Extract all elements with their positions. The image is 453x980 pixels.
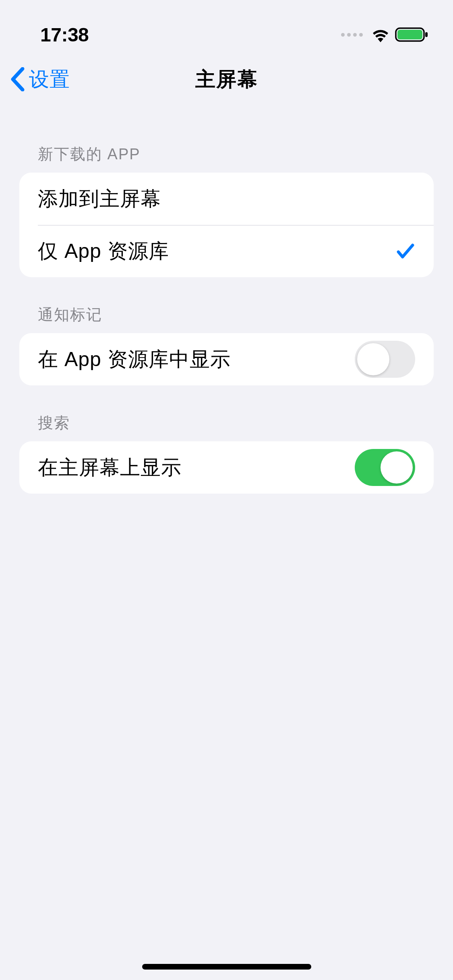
section-new-apps: 新下载的 APP 添加到主屏幕 仅 App 资源库 <box>19 144 434 277</box>
row-label: 在主屏幕上显示 <box>38 454 182 481</box>
back-button[interactable]: 设置 <box>0 66 70 93</box>
option-label: 添加到主屏幕 <box>38 185 161 212</box>
status-indicators <box>341 27 429 43</box>
option-label: 仅 App 资源库 <box>38 238 169 265</box>
group-new-apps: 添加到主屏幕 仅 App 资源库 <box>19 173 434 277</box>
toggle-show-in-app-library[interactable] <box>355 341 415 378</box>
back-label: 设置 <box>29 66 70 93</box>
group-search: 在主屏幕上显示 <box>19 441 434 494</box>
chevron-left-icon <box>10 67 25 91</box>
svg-rect-1 <box>397 30 422 39</box>
option-app-library-only[interactable]: 仅 App 资源库 <box>19 225 434 277</box>
svg-rect-2 <box>425 32 428 37</box>
battery-icon <box>395 27 429 43</box>
status-time: 17:38 <box>40 24 89 46</box>
toggle-show-on-home-screen[interactable] <box>355 449 415 486</box>
status-dots <box>341 33 363 37</box>
checkmark-icon <box>395 241 415 261</box>
section-header-search: 搜索 <box>19 413 434 441</box>
home-indicator[interactable] <box>142 964 311 970</box>
status-bar: 17:38 <box>0 0 453 53</box>
section-header-new-apps: 新下载的 APP <box>19 144 434 173</box>
nav-bar: 设置 主屏幕 <box>0 53 453 105</box>
wifi-icon <box>371 27 390 42</box>
option-add-to-home-screen[interactable]: 添加到主屏幕 <box>19 173 434 225</box>
section-header-badges: 通知标记 <box>19 305 434 333</box>
row-show-in-app-library: 在 App 资源库中显示 <box>19 333 434 385</box>
row-label: 在 App 资源库中显示 <box>38 346 231 373</box>
group-badges: 在 App 资源库中显示 <box>19 333 434 385</box>
section-search: 搜索 在主屏幕上显示 <box>19 413 434 494</box>
row-show-on-home-screen: 在主屏幕上显示 <box>19 441 434 494</box>
content: 新下载的 APP 添加到主屏幕 仅 App 资源库 通知标记 在 App 资源库… <box>0 144 453 494</box>
section-notification-badges: 通知标记 在 App 资源库中显示 <box>19 305 434 385</box>
toggle-knob <box>381 451 413 484</box>
toggle-knob <box>357 343 389 375</box>
